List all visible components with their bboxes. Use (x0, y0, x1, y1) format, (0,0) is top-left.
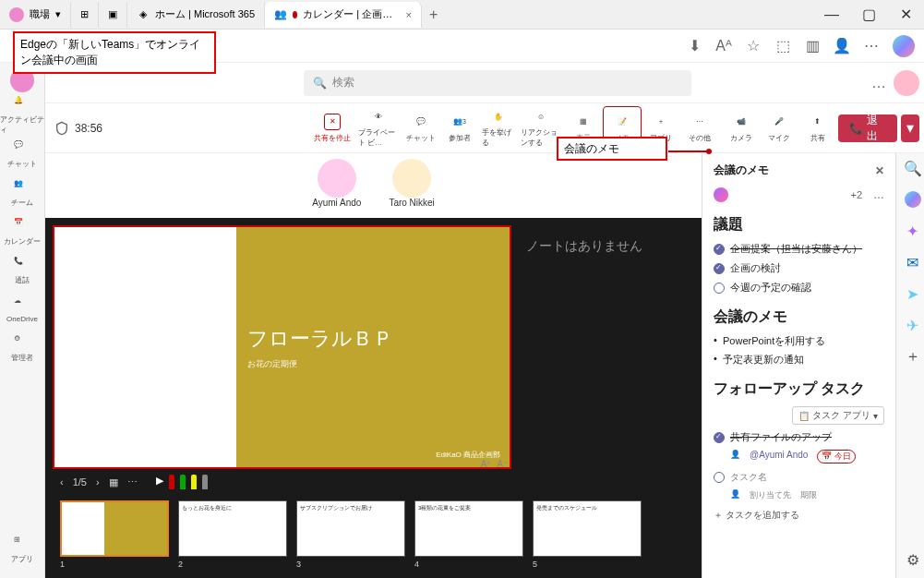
check-done-icon[interactable] (714, 263, 725, 274)
page-indicator: 1/5 (73, 476, 87, 488)
read-aloud-icon[interactable]: Aᴬ (715, 38, 732, 54)
task-date-chip[interactable]: 📅 今日 (817, 450, 856, 464)
share-button[interactable]: ⬆共有 (799, 106, 836, 151)
assign-input[interactable]: 割り当て先 (750, 489, 791, 501)
task-name-input[interactable]: タスク名 (730, 471, 767, 484)
rr-outlook-icon[interactable]: ✉ (904, 253, 922, 271)
rr-chat-icon[interactable]: ✦ (904, 222, 922, 240)
rail-calls[interactable]: 📞通話 (0, 251, 44, 290)
minimize-button[interactable]: — (813, 0, 850, 30)
workspace-icon-tab[interactable]: ⊞ (71, 2, 99, 28)
notes-more-icon[interactable]: … (873, 188, 884, 201)
check-done-icon[interactable] (714, 432, 725, 443)
person-icon: 👤 (730, 450, 740, 464)
people-button[interactable]: 👥3参加者 (440, 106, 479, 151)
grid-slides-button[interactable]: ▦ (109, 476, 118, 488)
task-item-1[interactable]: 共有ファイルのアップ (714, 430, 884, 444)
camera-button[interactable]: 📹カメラ (723, 106, 760, 151)
rr-copilot-icon[interactable] (904, 190, 922, 209)
maximize-button[interactable]: ▢ (850, 0, 887, 30)
thumbnail-5[interactable]: 発売までのスケジュール (533, 500, 642, 557)
browser-profile-icon[interactable]: 👤 (834, 38, 850, 54)
rr-cursor-icon[interactable]: ➤ (904, 284, 922, 303)
plus-2-label[interactable]: +2 (850, 189, 862, 200)
check-empty-icon[interactable] (714, 283, 725, 294)
play-button[interactable]: ▶ (156, 475, 163, 489)
pen-yellow[interactable] (191, 475, 197, 489)
leave-button[interactable]: 📞 退出 (838, 114, 897, 142)
due-input[interactable]: 期限 (800, 489, 817, 501)
next-slide-button[interactable]: › (96, 476, 100, 488)
participant-2[interactable]: Taro Nikkei (389, 159, 434, 218)
leave-caret-button[interactable]: ▾ (901, 114, 919, 142)
note-item-1[interactable]: PowerPointを利用する (714, 334, 884, 348)
task-app-button[interactable]: 📋 タスク アプリ ▾ (792, 406, 884, 425)
task-item-new[interactable]: タスク名 (714, 471, 884, 484)
search-input[interactable]: 🔍 検索 (304, 70, 691, 96)
loop-icon[interactable] (714, 187, 728, 202)
mic-button[interactable]: 🎤マイク (762, 106, 798, 151)
chat-button[interactable]: 💬チャット (402, 106, 440, 151)
font-smaller-button[interactable]: A⁻ (497, 459, 508, 469)
chat-icon: 💬 (14, 140, 30, 157)
more-button[interactable]: ⋯その他 (680, 106, 719, 151)
participant-1[interactable]: Ayumi Ando (312, 159, 361, 218)
rail-calendar[interactable]: 📅カレンダー (0, 212, 44, 251)
rail-activity[interactable]: 🔔アクティビティ (0, 96, 44, 135)
current-slide[interactable]: フローラルＢＰ お花の定期便 EdiKaO 商品企画部 (53, 225, 511, 469)
rail-teams[interactable]: 👥チーム (0, 174, 44, 212)
grid-icon: ⊞ (80, 8, 89, 20)
person-icon: 👤 (730, 489, 740, 501)
thumbnail-4[interactable]: 3種類の花束をご提案 (414, 500, 523, 557)
more-icon: ⋯ (691, 114, 708, 130)
tabs-icon-tab[interactable]: ▣ (99, 2, 127, 28)
browser-tab-1[interactable]: ◈ ホーム | Microsoft 365 (127, 2, 265, 28)
rail-onedrive[interactable]: ☁OneDrive (0, 290, 44, 329)
extensions-icon[interactable]: ⬚ (774, 38, 791, 54)
profile-tab[interactable]: 職場 ▾ (0, 2, 71, 28)
topbar-more-icon[interactable]: … (871, 75, 886, 91)
topbar-avatar-icon[interactable] (894, 70, 919, 96)
search-placeholder: 検索 (332, 75, 354, 90)
pen-green[interactable] (180, 475, 186, 489)
rail-apps[interactable]: ⊞アプリ (0, 530, 44, 569)
thumbnail-3[interactable]: サブスクリプションでお届け (296, 500, 405, 557)
thumbnail-1[interactable] (60, 500, 169, 557)
new-tab-button[interactable]: + (422, 6, 445, 23)
rr-settings-icon[interactable]: ⚙ (904, 550, 922, 569)
agenda-item-1[interactable]: 企画提案（担当は安藤さん） (714, 242, 884, 256)
nav-down-icon[interactable]: ⬇ (686, 38, 702, 54)
font-bigger-button[interactable]: A⁺ (481, 459, 492, 469)
stop-share-button[interactable]: ✕共有を停止 (309, 106, 355, 151)
copilot-icon[interactable] (893, 35, 915, 57)
notes-panel-close-icon[interactable]: ✕ (875, 164, 884, 177)
chevron-down-icon: ▾ (55, 8, 61, 20)
collections-icon[interactable]: ▥ (804, 38, 821, 54)
rr-add-icon[interactable]: ＋ (904, 347, 922, 366)
eraser-icon[interactable] (202, 475, 208, 489)
rail-chat[interactable]: 💬チャット (0, 135, 44, 174)
check-done-icon[interactable] (714, 244, 725, 255)
slide-more-button[interactable]: ⋯ (127, 476, 138, 488)
rr-send-icon[interactable]: ✈ (904, 316, 922, 334)
pen-red[interactable] (169, 475, 174, 489)
profile-avatar-icon (9, 7, 24, 22)
note-item-2[interactable]: 予定表更新の通知 (714, 353, 884, 367)
rr-search-icon[interactable]: 🔍 (904, 159, 922, 177)
task-mention[interactable]: @Ayumi Ando (750, 450, 808, 464)
close-window-button[interactable]: ✕ (887, 0, 924, 30)
agenda-item-2[interactable]: 企画の検討 (714, 261, 884, 275)
favorite-icon[interactable]: ☆ (745, 38, 762, 54)
thumbnail-2[interactable]: もっとお花を身近に (178, 500, 287, 557)
raise-hand-button[interactable]: ✋手を挙げる (479, 106, 518, 151)
private-view-button[interactable]: 👁プライベート ビ… (355, 106, 402, 151)
rail-admin[interactable]: ⚙管理者 (0, 329, 44, 367)
grid-view-icon: ▦ (575, 114, 592, 130)
browser-tab-2[interactable]: 👥 カレンダー | 企画会議 | Micros… × (265, 2, 422, 28)
tab-close-icon[interactable]: × (406, 9, 412, 20)
prev-slide-button[interactable]: ‹ (60, 476, 64, 488)
add-task-button[interactable]: ＋ タスクを追加する (714, 509, 884, 522)
agenda-item-3[interactable]: 今週の予定の確認 (714, 281, 884, 295)
check-empty-icon[interactable] (714, 472, 725, 483)
browser-more-icon[interactable]: ⋯ (863, 38, 880, 54)
